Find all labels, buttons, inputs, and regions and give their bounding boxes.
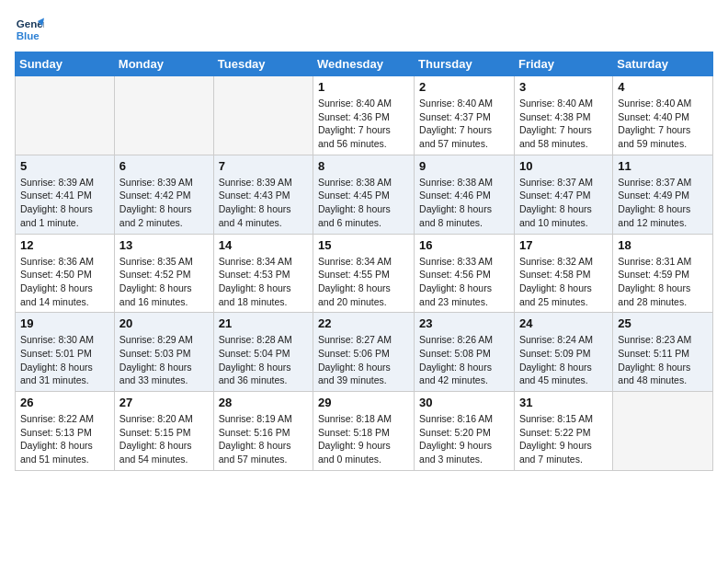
calendar-cell: 12Sunrise: 8:36 AMSunset: 4:50 PMDayligh… bbox=[16, 234, 115, 313]
calendar-cell bbox=[213, 76, 313, 155]
calendar-cell: 6Sunrise: 8:39 AMSunset: 4:42 PMDaylight… bbox=[114, 155, 213, 234]
calendar-cell: 9Sunrise: 8:38 AMSunset: 4:46 PMDaylight… bbox=[415, 155, 515, 234]
calendar-cell: 5Sunrise: 8:39 AMSunset: 4:41 PMDaylight… bbox=[16, 155, 115, 234]
day-number: 1 bbox=[318, 80, 409, 94]
day-info: Sunrise: 8:39 AMSunset: 4:42 PMDaylight:… bbox=[119, 176, 209, 230]
day-number: 21 bbox=[219, 316, 308, 330]
day-number: 13 bbox=[119, 238, 209, 252]
calendar-week-row: 26Sunrise: 8:22 AMSunset: 5:13 PMDayligh… bbox=[16, 392, 713, 471]
calendar-cell: 2Sunrise: 8:40 AMSunset: 4:37 PMDaylight… bbox=[415, 76, 515, 155]
calendar-cell: 3Sunrise: 8:40 AMSunset: 4:38 PMDaylight… bbox=[514, 76, 612, 155]
day-info: Sunrise: 8:29 AMSunset: 5:03 PMDaylight:… bbox=[119, 333, 209, 387]
calendar-cell: 15Sunrise: 8:34 AMSunset: 4:55 PMDayligh… bbox=[313, 234, 415, 313]
day-number: 16 bbox=[419, 238, 509, 252]
calendar-week-row: 12Sunrise: 8:36 AMSunset: 4:50 PMDayligh… bbox=[16, 234, 713, 313]
day-info: Sunrise: 8:19 AMSunset: 5:16 PMDaylight:… bbox=[219, 412, 308, 466]
calendar-cell: 29Sunrise: 8:18 AMSunset: 5:18 PMDayligh… bbox=[313, 392, 415, 471]
calendar-cell: 16Sunrise: 8:33 AMSunset: 4:56 PMDayligh… bbox=[415, 234, 515, 313]
day-info: Sunrise: 8:32 AMSunset: 4:58 PMDaylight:… bbox=[519, 255, 608, 309]
day-number: 8 bbox=[318, 159, 409, 173]
day-info: Sunrise: 8:38 AMSunset: 4:45 PMDaylight:… bbox=[318, 176, 409, 230]
weekday-header-sunday: Sunday bbox=[16, 52, 115, 76]
calendar-cell: 1Sunrise: 8:40 AMSunset: 4:36 PMDaylight… bbox=[313, 76, 415, 155]
day-number: 31 bbox=[519, 396, 608, 409]
day-info: Sunrise: 8:31 AMSunset: 4:59 PMDaylight:… bbox=[618, 255, 708, 309]
calendar-table: SundayMondayTuesdayWednesdayThursdayFrid… bbox=[15, 52, 713, 471]
day-info: Sunrise: 8:39 AMSunset: 4:41 PMDaylight:… bbox=[20, 176, 109, 230]
calendar-cell: 17Sunrise: 8:32 AMSunset: 4:58 PMDayligh… bbox=[514, 234, 612, 313]
day-number: 5 bbox=[20, 159, 109, 173]
calendar-cell: 19Sunrise: 8:30 AMSunset: 5:01 PMDayligh… bbox=[16, 313, 115, 392]
calendar-cell: 21Sunrise: 8:28 AMSunset: 5:04 PMDayligh… bbox=[213, 313, 313, 392]
day-info: Sunrise: 8:34 AMSunset: 4:53 PMDaylight:… bbox=[219, 255, 308, 309]
logo-icon: General Blue bbox=[15, 15, 44, 44]
weekday-header-thursday: Thursday bbox=[415, 52, 515, 76]
weekday-header-row: SundayMondayTuesdayWednesdayThursdayFrid… bbox=[16, 52, 713, 76]
day-number: 10 bbox=[519, 159, 608, 173]
day-info: Sunrise: 8:37 AMSunset: 4:47 PMDaylight:… bbox=[519, 176, 608, 230]
day-info: Sunrise: 8:27 AMSunset: 5:06 PMDaylight:… bbox=[318, 333, 409, 387]
calendar-cell: 13Sunrise: 8:35 AMSunset: 4:52 PMDayligh… bbox=[114, 234, 213, 313]
calendar-cell: 30Sunrise: 8:16 AMSunset: 5:20 PMDayligh… bbox=[415, 392, 515, 471]
day-info: Sunrise: 8:30 AMSunset: 5:01 PMDaylight:… bbox=[20, 333, 109, 387]
calendar-cell: 22Sunrise: 8:27 AMSunset: 5:06 PMDayligh… bbox=[313, 313, 415, 392]
calendar-week-row: 1Sunrise: 8:40 AMSunset: 4:36 PMDaylight… bbox=[16, 76, 713, 155]
day-number: 26 bbox=[20, 396, 109, 409]
day-info: Sunrise: 8:40 AMSunset: 4:36 PMDaylight:… bbox=[318, 97, 409, 151]
day-info: Sunrise: 8:40 AMSunset: 4:38 PMDaylight:… bbox=[519, 97, 608, 151]
day-number: 20 bbox=[119, 316, 209, 330]
day-number: 24 bbox=[519, 316, 608, 330]
day-number: 29 bbox=[318, 396, 409, 409]
day-info: Sunrise: 8:38 AMSunset: 4:46 PMDaylight:… bbox=[419, 176, 509, 230]
calendar-cell: 31Sunrise: 8:15 AMSunset: 5:22 PMDayligh… bbox=[514, 392, 612, 471]
calendar-week-row: 19Sunrise: 8:30 AMSunset: 5:01 PMDayligh… bbox=[16, 313, 713, 392]
day-number: 18 bbox=[618, 238, 708, 252]
day-info: Sunrise: 8:37 AMSunset: 4:49 PMDaylight:… bbox=[618, 176, 708, 230]
calendar-cell: 20Sunrise: 8:29 AMSunset: 5:03 PMDayligh… bbox=[114, 313, 213, 392]
calendar-cell: 23Sunrise: 8:26 AMSunset: 5:08 PMDayligh… bbox=[415, 313, 515, 392]
day-number: 17 bbox=[519, 238, 608, 252]
weekday-header-saturday: Saturday bbox=[613, 52, 713, 76]
day-number: 2 bbox=[419, 80, 509, 94]
weekday-header-monday: Monday bbox=[114, 52, 213, 76]
day-number: 4 bbox=[618, 80, 708, 94]
calendar-cell: 14Sunrise: 8:34 AMSunset: 4:53 PMDayligh… bbox=[213, 234, 313, 313]
calendar-cell: 7Sunrise: 8:39 AMSunset: 4:43 PMDaylight… bbox=[213, 155, 313, 234]
day-number: 25 bbox=[618, 316, 708, 330]
day-info: Sunrise: 8:28 AMSunset: 5:04 PMDaylight:… bbox=[219, 333, 308, 387]
calendar-cell: 18Sunrise: 8:31 AMSunset: 4:59 PMDayligh… bbox=[613, 234, 713, 313]
day-number: 14 bbox=[219, 238, 308, 252]
calendar-cell: 8Sunrise: 8:38 AMSunset: 4:45 PMDaylight… bbox=[313, 155, 415, 234]
day-number: 9 bbox=[419, 159, 509, 173]
day-info: Sunrise: 8:36 AMSunset: 4:50 PMDaylight:… bbox=[20, 255, 109, 309]
calendar-cell: 4Sunrise: 8:40 AMSunset: 4:40 PMDaylight… bbox=[613, 76, 713, 155]
day-number: 30 bbox=[419, 396, 509, 409]
calendar-cell bbox=[613, 392, 713, 471]
day-info: Sunrise: 8:18 AMSunset: 5:18 PMDaylight:… bbox=[318, 412, 409, 466]
calendar-cell bbox=[114, 76, 213, 155]
calendar-cell: 27Sunrise: 8:20 AMSunset: 5:15 PMDayligh… bbox=[114, 392, 213, 471]
calendar-cell: 11Sunrise: 8:37 AMSunset: 4:49 PMDayligh… bbox=[613, 155, 713, 234]
day-info: Sunrise: 8:23 AMSunset: 5:11 PMDaylight:… bbox=[618, 333, 708, 387]
calendar-cell: 28Sunrise: 8:19 AMSunset: 5:16 PMDayligh… bbox=[213, 392, 313, 471]
header: General Blue bbox=[15, 15, 713, 44]
day-number: 27 bbox=[119, 396, 209, 409]
day-number: 11 bbox=[618, 159, 708, 173]
day-info: Sunrise: 8:40 AMSunset: 4:37 PMDaylight:… bbox=[419, 97, 509, 151]
calendar-cell bbox=[16, 76, 115, 155]
day-info: Sunrise: 8:24 AMSunset: 5:09 PMDaylight:… bbox=[519, 333, 608, 387]
svg-text:Blue: Blue bbox=[17, 30, 40, 41]
day-number: 3 bbox=[519, 80, 608, 94]
day-number: 19 bbox=[20, 316, 109, 330]
day-number: 23 bbox=[419, 316, 509, 330]
day-info: Sunrise: 8:26 AMSunset: 5:08 PMDaylight:… bbox=[419, 333, 509, 387]
weekday-header-wednesday: Wednesday bbox=[313, 52, 415, 76]
day-info: Sunrise: 8:15 AMSunset: 5:22 PMDaylight:… bbox=[519, 412, 608, 466]
weekday-header-tuesday: Tuesday bbox=[213, 52, 313, 76]
calendar-week-row: 5Sunrise: 8:39 AMSunset: 4:41 PMDaylight… bbox=[16, 155, 713, 234]
calendar-cell: 10Sunrise: 8:37 AMSunset: 4:47 PMDayligh… bbox=[514, 155, 612, 234]
calendar-cell: 26Sunrise: 8:22 AMSunset: 5:13 PMDayligh… bbox=[16, 392, 115, 471]
calendar-cell: 25Sunrise: 8:23 AMSunset: 5:11 PMDayligh… bbox=[613, 313, 713, 392]
logo: General Blue bbox=[15, 15, 48, 44]
calendar-cell: 24Sunrise: 8:24 AMSunset: 5:09 PMDayligh… bbox=[514, 313, 612, 392]
